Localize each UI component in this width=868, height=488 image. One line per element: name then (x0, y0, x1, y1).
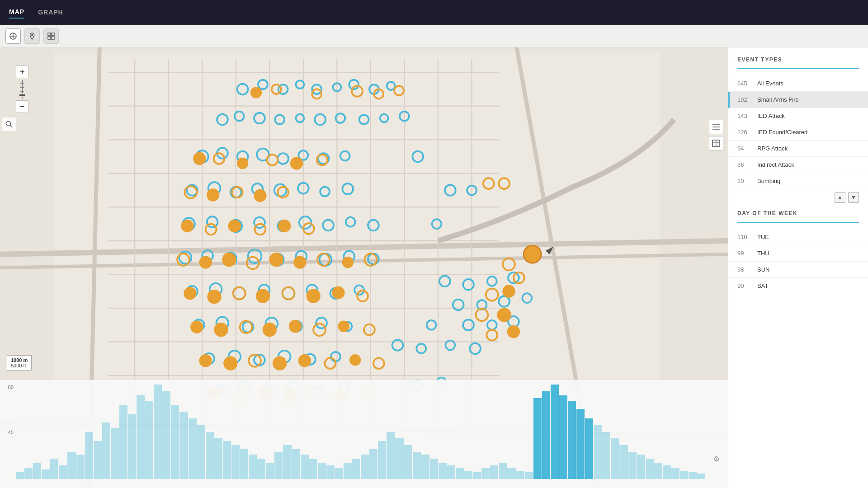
chart-bar (585, 418, 593, 479)
chart-y-label-80: 80 (8, 385, 14, 390)
svg-point-160 (199, 256, 212, 268)
chart-bar (421, 455, 429, 479)
chart-bar (206, 432, 214, 479)
scroll-arrows: ▲ ▼ (728, 189, 868, 206)
dow-item[interactable]: 110 TUE (728, 229, 868, 245)
chart-y-labels: 80 40 (0, 385, 16, 474)
grid-tool-button[interactable] (43, 28, 59, 44)
map-area[interactable]: + − 1000 m 5000 ft (0, 47, 728, 488)
chart-bar (137, 395, 145, 479)
chart-bar (85, 432, 93, 479)
svg-point-206 (508, 326, 520, 338)
chart-bar (352, 459, 360, 479)
svg-point-151 (254, 190, 266, 202)
chart-bar (499, 463, 507, 479)
search-icon (5, 121, 13, 128)
chart-bar (24, 468, 33, 479)
chart-settings-button[interactable]: ⚙ (710, 452, 723, 465)
scale-bar: 1000 m 5000 ft (7, 355, 32, 371)
chart-bar (67, 452, 75, 479)
svg-point-176 (191, 321, 203, 333)
dow-count: 90 (737, 282, 752, 289)
chart-bar (594, 425, 602, 479)
chart-bar (680, 471, 688, 479)
dow-item[interactable]: 90 SAT (728, 278, 868, 294)
dow-item[interactable]: 98 SUN (728, 262, 868, 278)
svg-point-161 (222, 253, 236, 267)
bottom-chart: 80 40 ⚙ (0, 380, 728, 488)
chart-y-label-40: 40 (8, 430, 14, 435)
chart-bar (344, 463, 352, 479)
event-type-item[interactable]: 143 IED Attack (728, 108, 868, 124)
event-type-item[interactable]: 645 All Events (728, 75, 868, 92)
svg-point-146 (291, 157, 303, 169)
svg-point-142 (193, 153, 206, 165)
event-count: 192 (737, 96, 752, 103)
chart-bar (119, 405, 127, 479)
pan-tool-button[interactable] (5, 28, 21, 44)
svg-point-180 (289, 320, 302, 333)
chart-bar (447, 465, 455, 479)
svg-point-155 (228, 220, 241, 232)
dow-label: THU (757, 250, 859, 257)
chart-bar (542, 391, 550, 479)
chart-bar (189, 418, 197, 479)
dow-item[interactable]: 99 THU (728, 245, 868, 262)
scale-label-1: 1000 m (11, 357, 28, 363)
nav-map[interactable]: MAP (9, 6, 24, 19)
chart-bar (525, 472, 533, 479)
svg-point-179 (263, 323, 276, 337)
nav-graph[interactable]: GRAPH (38, 6, 63, 18)
chart-bar (50, 459, 58, 479)
chart-bar (162, 391, 170, 479)
svg-point-149 (207, 189, 219, 201)
chart-bar (231, 445, 240, 479)
dow-title: DAY OF THE WEEK (737, 210, 859, 216)
table-button[interactable] (709, 136, 723, 150)
svg-point-168 (184, 287, 196, 300)
chart-bar (387, 432, 395, 479)
svg-point-182 (338, 321, 349, 332)
event-name: Small Arms Fire (757, 96, 859, 103)
zoom-out-button[interactable]: − (16, 100, 28, 113)
pin-tool-button[interactable] (24, 28, 40, 44)
chart-bar (223, 441, 231, 479)
zoom-in-button[interactable]: + (16, 66, 28, 78)
event-type-item[interactable]: 94 RPG Attack (728, 141, 868, 157)
chart-bars (16, 385, 705, 479)
chart-bar (464, 471, 472, 479)
event-name: Indirect Attack (757, 161, 859, 168)
right-panel: EVENT TYPES 645 All Events 192 Small Arm… (728, 47, 868, 488)
chart-bar (413, 452, 421, 479)
main-area: + − 1000 m 5000 ft (0, 47, 868, 488)
event-type-item[interactable]: 126 IED Found/Cleared (728, 124, 868, 141)
chart-bar (59, 465, 67, 479)
chart-bar (602, 432, 610, 479)
event-type-item[interactable]: 20 Bombing (728, 173, 868, 189)
scroll-up-button[interactable]: ▲ (835, 192, 845, 203)
svg-rect-5 (52, 37, 54, 39)
chart-bar (42, 469, 50, 479)
table-icon (712, 140, 720, 147)
svg-point-164 (294, 256, 306, 268)
chart-bar (671, 468, 679, 479)
toolbar (0, 25, 868, 47)
chart-bar (33, 463, 41, 479)
chart-bar (533, 398, 542, 479)
chart-bar (128, 414, 136, 479)
chart-bar (628, 452, 637, 479)
chart-bar (179, 412, 188, 479)
svg-point-187 (273, 357, 287, 370)
top-navigation: MAP GRAPH (0, 0, 868, 25)
layers-button[interactable] (709, 120, 723, 134)
chart-bar (654, 463, 662, 479)
scroll-down-button[interactable]: ▼ (848, 192, 859, 203)
chart-bar (646, 459, 654, 479)
map-search-button[interactable] (2, 117, 16, 131)
dow-count: 98 (737, 266, 752, 273)
svg-point-204 (497, 308, 511, 322)
event-type-item[interactable]: 192 Small Arms Fire (728, 92, 868, 108)
svg-point-163 (269, 253, 283, 267)
event-type-item[interactable]: 36 Indirect Attack (728, 157, 868, 173)
chart-bar (481, 468, 490, 479)
